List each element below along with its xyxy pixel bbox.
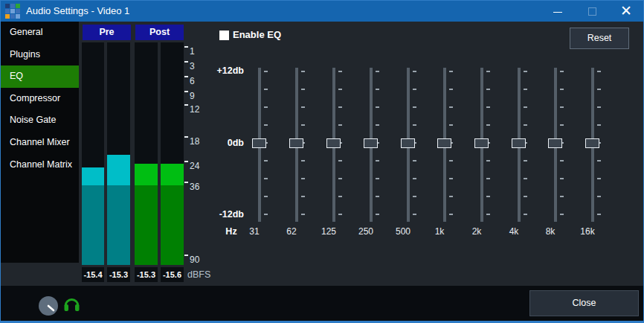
close-button[interactable]: Close	[529, 290, 639, 316]
eq-slider-thumb-31[interactable]	[252, 138, 266, 148]
freq-label-125: 125	[314, 226, 344, 237]
eq-tick	[376, 71, 379, 72]
eq-tick	[376, 196, 379, 197]
eq-tick	[560, 160, 564, 162]
eq-tick	[449, 124, 453, 126]
meter-unit-label: dBFS	[187, 267, 210, 282]
eq-slider-thumb-250[interactable]	[364, 138, 378, 148]
eq-tick	[301, 124, 305, 126]
eq-tick	[449, 160, 453, 162]
eq-tick	[486, 106, 490, 108]
sidebar-item-channel-matrix[interactable]: Channel Matrix	[1, 154, 79, 176]
audio-settings-window: Audio Settings - Video 1 ✕ GeneralPlugin…	[0, 0, 644, 323]
headphones-icon[interactable]	[63, 295, 80, 313]
eq-tick	[264, 160, 268, 162]
sidebar-item-noise-gate[interactable]: Noise Gate	[1, 109, 79, 132]
eq-tick	[264, 178, 268, 179]
scale-label: 6	[190, 76, 195, 86]
eq-tick	[338, 124, 342, 126]
scale-tick	[184, 255, 188, 256]
eq-tick	[301, 178, 305, 179]
sidebar: GeneralPluginsEQCompressorNoise GateChan…	[1, 22, 79, 263]
eq-tick	[597, 178, 601, 179]
eq-tick	[301, 214, 305, 215]
eq-tick	[597, 89, 601, 90]
eq-tick	[597, 71, 601, 72]
meter-peak-segment	[135, 164, 158, 185]
eq-tick	[338, 160, 342, 162]
eq-slider-thumb-500[interactable]	[401, 138, 415, 148]
eq-slider-thumb-16k[interactable]	[585, 138, 599, 148]
freq-label-8k: 8k	[535, 226, 565, 237]
volume-knob[interactable]	[39, 296, 58, 316]
eq-tick	[449, 106, 453, 108]
eq-tick	[338, 89, 342, 90]
eq-slider-thumb-125[interactable]	[326, 138, 341, 148]
eq-slider-thumb-2k[interactable]	[474, 138, 489, 148]
eq-slider-thumb-1k[interactable]	[437, 138, 451, 148]
eq-tick	[376, 106, 379, 108]
scale-tick	[184, 61, 188, 63]
eq-tick	[301, 89, 305, 90]
eq-tick	[524, 214, 527, 215]
eq-tick	[338, 178, 342, 179]
eq-tick	[376, 178, 379, 179]
eq-slider-thumb-62[interactable]	[289, 138, 303, 148]
reset-button[interactable]: Reset	[570, 28, 629, 49]
sidebar-item-channel-mixer[interactable]: Channel Mixer	[1, 132, 79, 154]
eq-tick	[413, 214, 416, 215]
scale-tick	[184, 182, 188, 183]
sidebar-item-plugins[interactable]: Plugins	[1, 44, 79, 66]
meter-level-segment	[82, 185, 104, 265]
meter-peak-segment	[82, 167, 104, 185]
freq-label-4k: 4k	[499, 226, 529, 237]
eq-tick	[376, 160, 379, 162]
sidebar-item-general[interactable]: General	[1, 22, 79, 44]
sidebar-item-eq[interactable]: EQ	[1, 65, 79, 88]
eq-tick	[524, 160, 527, 162]
eq-tick	[376, 124, 379, 126]
eq-tick	[560, 106, 564, 108]
scale-tick	[184, 104, 188, 106]
eq-tick	[560, 178, 564, 179]
eq-tick	[560, 196, 564, 197]
eq-tick	[338, 71, 342, 72]
eq-tick	[524, 106, 527, 108]
meter-value: -15.3	[107, 267, 130, 282]
eq-tick	[264, 124, 268, 126]
scale-tick	[184, 76, 188, 77]
sidebar-item-compressor[interactable]: Compressor	[1, 88, 79, 110]
scale-label: 36	[190, 182, 199, 192]
enable-eq-checkbox[interactable]	[219, 31, 229, 40]
eq-tick	[486, 178, 490, 179]
eq-tick	[301, 160, 305, 162]
eq-tick	[301, 71, 305, 72]
freq-label-500: 500	[388, 226, 418, 237]
meter-bar-post-1	[135, 42, 158, 265]
scale-label: 90	[190, 255, 199, 265]
eq-axis-bottom-label: -12db	[213, 209, 246, 220]
meter-level-segment	[161, 185, 184, 265]
eq-slider-thumb-4k[interactable]	[512, 138, 526, 148]
eq-tick	[597, 196, 601, 197]
eq-tick	[264, 106, 268, 108]
eq-tick	[413, 89, 416, 90]
eq-tick	[376, 214, 379, 215]
minimize-button[interactable]	[541, 1, 575, 22]
meter-level-segment	[135, 185, 158, 265]
eq-tick	[376, 89, 379, 90]
meter-bar-pre-1	[82, 42, 104, 265]
eq-tick	[486, 196, 490, 197]
eq-tick	[449, 196, 453, 197]
meter-value: -15.3	[135, 267, 158, 282]
eq-tick	[413, 106, 416, 108]
scale-tick	[184, 46, 188, 48]
eq-slider-thumb-8k[interactable]	[548, 138, 562, 148]
eq-tick	[449, 178, 453, 179]
close-window-button[interactable]: ✕	[609, 1, 643, 22]
meter-peak-segment	[161, 164, 184, 185]
freq-label-16k: 16k	[573, 226, 602, 237]
maximize-icon	[588, 7, 596, 16]
eq-tick	[560, 89, 564, 90]
eq-tick	[486, 89, 490, 90]
